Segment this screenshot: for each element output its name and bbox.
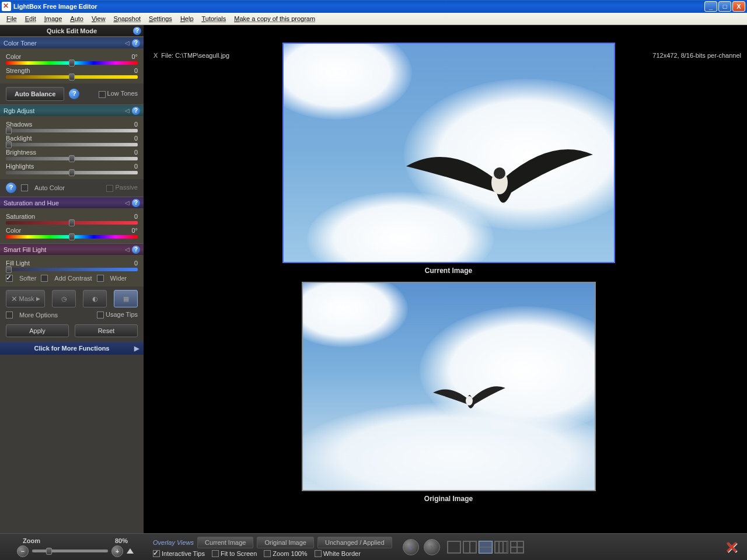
overlay-views-label: Overlay Views <box>153 539 194 546</box>
bottom-bar: Zoom80% − + Overlay Views Current Image … <box>0 533 747 560</box>
overlay-original-button[interactable]: Original Image <box>257 537 314 548</box>
maximize-button[interactable]: □ <box>718 1 731 12</box>
auto-color-checkbox[interactable] <box>21 184 28 191</box>
low-tones-checkbox[interactable] <box>99 91 106 98</box>
usage-tips-checkbox[interactable] <box>97 312 104 318</box>
fit-to-screen-checkbox[interactable] <box>212 550 219 557</box>
menu-help[interactable]: Help <box>176 14 198 23</box>
white-border-checkbox[interactable] <box>315 550 322 557</box>
auto-balance-button[interactable]: Auto Balance <box>6 87 64 101</box>
shadows-slider[interactable] <box>6 129 138 132</box>
help-icon[interactable]: ? <box>132 107 140 115</box>
menu-image[interactable]: Image <box>40 14 67 23</box>
apply-button[interactable]: Apply <box>6 324 69 337</box>
contrast-icon[interactable]: ◐ <box>83 290 107 307</box>
menu-edit[interactable]: Edit <box>21 14 40 23</box>
prev-image-button[interactable]: ‹ <box>403 539 419 555</box>
backlight-slider[interactable] <box>6 143 138 146</box>
sidebar-title: Quick Edit Mode ? <box>0 25 144 37</box>
zoom-value: 80% <box>115 537 128 544</box>
app-logo-icon <box>725 538 743 556</box>
current-caption: Current Image <box>425 267 472 275</box>
brightness-slider[interactable] <box>6 157 138 160</box>
current-image[interactable] <box>282 43 615 263</box>
collapse-icon[interactable]: ◁ <box>125 40 130 46</box>
menu-make-copy[interactable]: Make a copy of this program <box>230 14 319 23</box>
section-color-toner[interactable]: Color Toner ◁ ? <box>0 37 144 48</box>
zoom-100-checkbox[interactable] <box>264 550 271 557</box>
mask-button[interactable]: ✕Mask▶ <box>6 290 45 307</box>
titlebar: LightBox Free Image Editor _ □ X <box>0 0 747 13</box>
app-icon <box>2 2 11 11</box>
close-button[interactable]: X <box>732 1 745 12</box>
fill-light-slider[interactable] <box>6 268 138 271</box>
menu-view[interactable]: View <box>88 14 110 23</box>
layout-hsplit-button[interactable] <box>479 541 493 554</box>
minimize-button[interactable]: _ <box>704 1 717 12</box>
svg-point-1 <box>494 167 505 179</box>
help-icon[interactable]: ? <box>132 199 140 207</box>
svg-point-2 <box>466 396 473 405</box>
highlights-slider[interactable] <box>6 171 138 174</box>
menubar: File Edit Image Auto View Snapshot Setti… <box>0 13 747 25</box>
collapse-icon[interactable]: ◁ <box>125 246 130 253</box>
sidebar: Quick Edit Mode ? Color Toner ◁ ? Color0… <box>0 25 144 533</box>
interactive-tips-checkbox[interactable] <box>153 550 160 557</box>
saturation-slider[interactable] <box>6 221 138 225</box>
zoom-slider[interactable] <box>32 550 108 552</box>
help-icon[interactable]: ? <box>132 246 140 254</box>
help-icon[interactable]: ? <box>6 183 16 193</box>
image-preview-icon[interactable]: ▦ <box>114 290 138 307</box>
zoom-label: Zoom <box>23 537 40 544</box>
layout-single-button[interactable] <box>447 541 461 554</box>
image-viewer: Current Image Original Image <box>150 37 747 533</box>
softer-checkbox[interactable] <box>6 275 13 282</box>
layout-3col-button[interactable] <box>494 541 508 554</box>
reset-button[interactable]: Reset <box>75 324 138 337</box>
menu-auto[interactable]: Auto <box>66 14 88 23</box>
help-icon[interactable]: ? <box>132 39 140 47</box>
overlay-unchanged-button[interactable]: Unchanged / Applied <box>317 537 392 548</box>
section-saturation[interactable]: Saturation and Hue ◁ ? <box>0 197 144 208</box>
more-options-checkbox[interactable] <box>6 312 13 318</box>
strength-slider[interactable] <box>6 75 138 79</box>
overlay-current-button[interactable]: Current Image <box>197 537 253 548</box>
help-icon[interactable]: ? <box>69 89 79 99</box>
section-rgb[interactable]: Rgb Adjust ◁ ? <box>0 105 144 116</box>
chevron-right-icon: ▶ <box>134 345 139 352</box>
section-fill-light[interactable]: Smart Fill Light ◁ ? <box>0 244 144 255</box>
passive-checkbox[interactable] <box>106 185 113 192</box>
original-image[interactable] <box>302 282 596 491</box>
layout-vsplit-button[interactable] <box>463 541 477 554</box>
more-functions-button[interactable]: Click for More Functions ▶ <box>0 342 144 355</box>
app-title: LightBox Free Image Editor <box>13 3 704 10</box>
wider-checkbox[interactable] <box>97 275 104 282</box>
menu-snapshot[interactable]: Snapshot <box>110 14 145 23</box>
zoom-popup-icon[interactable] <box>127 548 134 554</box>
hue-slider[interactable] <box>6 235 138 239</box>
original-caption: Original Image <box>424 495 473 503</box>
zoom-in-button[interactable]: + <box>111 545 123 557</box>
menu-file[interactable]: File <box>2 14 21 23</box>
collapse-icon[interactable]: ◁ <box>125 107 130 114</box>
layout-grid-button[interactable] <box>510 541 524 554</box>
color-slider[interactable] <box>6 61 138 65</box>
add-contrast-checkbox[interactable] <box>41 275 48 282</box>
help-icon[interactable]: ? <box>133 27 141 35</box>
collapse-icon[interactable]: ◁ <box>125 200 130 206</box>
menu-settings[interactable]: Settings <box>145 14 176 23</box>
menu-tutorials[interactable]: Tutorials <box>198 14 231 23</box>
next-image-button[interactable]: › <box>424 539 440 555</box>
timer-icon[interactable]: ◷ <box>52 290 76 307</box>
zoom-out-button[interactable]: − <box>17 545 29 557</box>
